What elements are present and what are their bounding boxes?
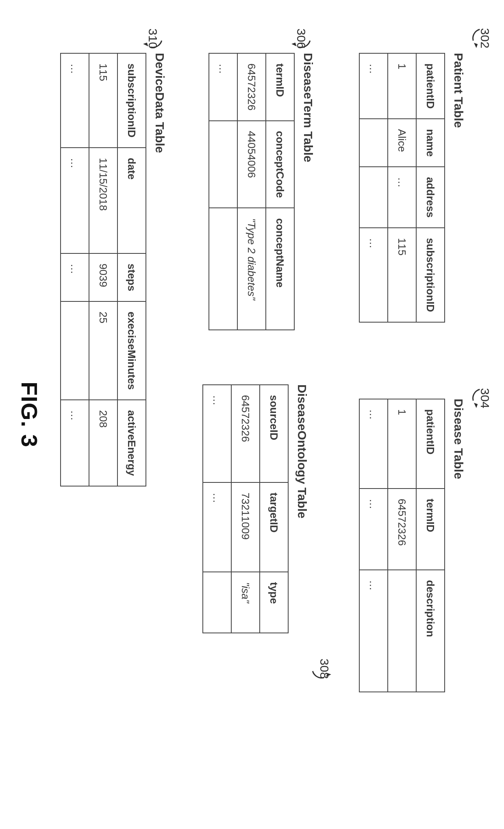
column-header: sourceID bbox=[260, 385, 288, 482]
cell: … bbox=[388, 167, 416, 228]
ontology-table-block: DiseaseOntology Table sourceID targetID … bbox=[202, 384, 309, 633]
table-row: 1 Alice … 115 bbox=[388, 53, 416, 322]
table-header-row: sourceID targetID type bbox=[260, 385, 288, 633]
column-header: targetID bbox=[260, 482, 288, 572]
table-row: 115 11/15/2018 9039 25 208 bbox=[89, 53, 117, 486]
column-header: subscriptionID bbox=[416, 228, 445, 322]
table-row: 64572326 44054006 "Type 2 diabetes" bbox=[237, 53, 266, 330]
cell: 44054006 bbox=[237, 121, 266, 208]
cell bbox=[359, 167, 388, 228]
reference-label-308: 308 bbox=[312, 659, 331, 678]
cell: … bbox=[359, 570, 388, 692]
table-title: Patient Table bbox=[452, 53, 465, 323]
curved-arrow-icon bbox=[139, 25, 166, 52]
rotated-canvas: 302 304 306 308 310 Patient Table patien… bbox=[0, 0, 504, 829]
cell: 208 bbox=[89, 400, 117, 486]
column-header: conceptCode bbox=[266, 121, 294, 208]
column-header: termID bbox=[416, 489, 445, 570]
cell: … bbox=[359, 53, 388, 119]
devicedata-table: subscriptionID date steps execiseMinutes… bbox=[60, 53, 146, 486]
cell: … bbox=[359, 489, 388, 570]
table-row: 64572326 73211009 "isa" bbox=[231, 385, 260, 633]
column-header: address bbox=[416, 167, 445, 228]
diagram-canvas: 302 304 306 308 310 Patient Table patien… bbox=[0, 0, 504, 829]
cell: 1 bbox=[388, 53, 416, 119]
column-header: execiseMinutes bbox=[117, 301, 146, 400]
column-header: steps bbox=[117, 253, 146, 301]
disease-table: patientID termID description 1 64572326 … bbox=[359, 399, 445, 692]
figure-caption: FIG. 3 bbox=[16, 382, 43, 447]
cell: 11/15/2018 bbox=[89, 148, 117, 253]
cell bbox=[61, 301, 89, 400]
cell bbox=[359, 119, 388, 167]
diseaseterm-table: termID conceptCode conceptName 64572326 … bbox=[209, 53, 295, 330]
column-header: patientID bbox=[416, 53, 445, 119]
curved-arrow-icon bbox=[288, 25, 315, 52]
column-header: termID bbox=[266, 53, 294, 121]
reference-label-304: 304 bbox=[472, 388, 492, 408]
cell: 1 bbox=[388, 399, 416, 489]
cell: … bbox=[209, 53, 237, 121]
table-row: … … bbox=[359, 53, 388, 322]
cell: Alice bbox=[388, 119, 416, 167]
cell bbox=[209, 121, 237, 208]
table-row: … … … bbox=[359, 399, 388, 692]
column-header: type bbox=[260, 572, 288, 633]
cell: 115 bbox=[89, 53, 117, 148]
diseaseterm-table-block: DiseaseTerm Table termID conceptCode con… bbox=[209, 53, 315, 330]
cell: 115 bbox=[388, 228, 416, 322]
disease-table-block: Disease Table patientID termID descripti… bbox=[359, 399, 465, 692]
reference-label-306: 306 bbox=[291, 28, 311, 48]
cell: … bbox=[359, 228, 388, 322]
table-title: DiseaseTerm Table bbox=[301, 53, 315, 330]
table-title: Disease Table bbox=[452, 399, 465, 692]
column-header: conceptName bbox=[266, 208, 294, 330]
cell: … bbox=[61, 148, 89, 253]
table-header-row: patientID termID description bbox=[416, 399, 445, 692]
column-header: subscriptionID bbox=[117, 53, 146, 148]
table-header-row: termID conceptCode conceptName bbox=[266, 53, 294, 330]
cell: "isa" bbox=[231, 572, 260, 633]
cell bbox=[203, 572, 231, 633]
reference-label-310: 310 bbox=[143, 28, 163, 48]
cell: 64572326 bbox=[231, 385, 260, 482]
cell: 64572326 bbox=[388, 489, 416, 570]
ontology-table: sourceID targetID type 64572326 73211009… bbox=[202, 384, 289, 633]
table-row: 1 64572326 bbox=[388, 399, 416, 692]
column-header: patientID bbox=[416, 399, 445, 489]
cell: … bbox=[359, 399, 388, 489]
patient-table: patientID name address subscriptionID 1 … bbox=[359, 53, 445, 323]
cell bbox=[388, 570, 416, 692]
column-header: name bbox=[416, 119, 445, 167]
column-header: date bbox=[117, 148, 146, 253]
cell: … bbox=[61, 253, 89, 301]
devicedata-table-block: DeviceData Table subscriptionID date ste… bbox=[60, 53, 167, 486]
cell bbox=[209, 208, 237, 330]
reference-label-302: 302 bbox=[472, 28, 492, 48]
table-row: … … bbox=[203, 385, 231, 633]
cell: … bbox=[203, 385, 231, 482]
cell: 73211009 bbox=[231, 482, 260, 572]
column-header: description bbox=[416, 570, 445, 692]
table-header-row: patientID name address subscriptionID bbox=[416, 53, 445, 322]
cell: … bbox=[203, 482, 231, 572]
cell: … bbox=[61, 400, 89, 486]
table-row: … bbox=[209, 53, 237, 330]
table-title: DiseaseOntology Table bbox=[295, 384, 309, 633]
cell: "Type 2 diabetes" bbox=[237, 208, 266, 330]
cell: 25 bbox=[89, 301, 117, 400]
patient-table-block: Patient Table patientID name address sub… bbox=[359, 53, 465, 323]
table-header-row: subscriptionID date steps execiseMinutes… bbox=[117, 53, 146, 486]
table-title: DeviceData Table bbox=[153, 53, 167, 486]
table-row: … … … … bbox=[61, 53, 89, 486]
cell: 9039 bbox=[89, 253, 117, 301]
cell: … bbox=[61, 53, 89, 148]
column-header: activeEnergy bbox=[117, 400, 146, 486]
cell: 64572326 bbox=[237, 53, 266, 121]
